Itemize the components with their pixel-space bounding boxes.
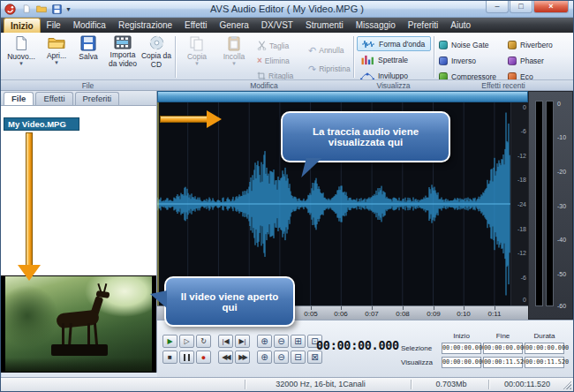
menu-tab-bar: Inizio File Modifica Registrazione Effet…: [1, 18, 573, 33]
copy-button[interactable]: Copia ▼: [179, 35, 215, 79]
timeline-label: 0:05: [304, 310, 318, 318]
view-end-value[interactable]: 00:00:11.520: [483, 357, 523, 368]
play-icon: ▶: [167, 337, 172, 345]
import-from-video-label: Importa da video: [105, 51, 140, 68]
tab-file[interactable]: File: [41, 18, 67, 33]
group-label-file: File: [1, 81, 175, 90]
maximize-button[interactable]: □: [510, 1, 532, 13]
tab-missaggio[interactable]: Missaggio: [350, 18, 402, 33]
zoom-in-v-button[interactable]: ⊕: [257, 351, 272, 364]
callout-tail: [150, 290, 167, 308]
status-format: 32000 Hz, 16-bit, 1Canali: [250, 380, 391, 388]
chevron-down-icon: ▼: [231, 62, 237, 66]
spectral-view-button[interactable]: Spettrale: [357, 52, 431, 67]
view-start-value[interactable]: 00:00:00.000: [442, 357, 481, 368]
cd-disc-icon: [148, 35, 165, 50]
tab-effetti[interactable]: Effetti: [178, 18, 213, 33]
envelope-view-label: Inviluppo: [378, 72, 408, 80]
previous-button[interactable]: |◀: [218, 335, 233, 348]
panel-tab-preferiti[interactable]: Preferiti: [75, 92, 120, 105]
save-button[interactable]: Salva: [73, 35, 103, 79]
rewind-button[interactable]: ◀◀: [218, 351, 233, 364]
zoom-selection-button[interactable]: ⊞: [291, 335, 306, 348]
zoom-out-icon: ⊖: [277, 336, 284, 346]
zoom-custom-button[interactable]: ⊠: [307, 351, 322, 364]
record-button[interactable]: ●: [196, 351, 211, 364]
phaser-button[interactable]: Phaser: [506, 54, 573, 67]
cut-button[interactable]: Taglia: [257, 39, 306, 52]
tab-registrazione[interactable]: Registrazione: [112, 18, 178, 33]
arrow-head: [18, 265, 41, 281]
waveform-overview-bar[interactable]: [157, 91, 528, 102]
resize-grip[interactable]: [562, 380, 571, 389]
paste-button[interactable]: Incolla ▼: [216, 35, 252, 79]
open-folder-icon: [48, 35, 65, 50]
loop-button[interactable]: ↻: [196, 335, 211, 348]
minimize-button[interactable]: –: [486, 1, 509, 13]
zoom-out-h-button[interactable]: ⊖: [274, 335, 289, 348]
meter-label: -40: [557, 237, 566, 243]
ground-shadow: [5, 358, 152, 372]
statue-pedestal: [51, 344, 108, 356]
meter-label: -10: [557, 134, 566, 140]
annotation-arrow-vertical: [18, 132, 41, 284]
import-from-video-button[interactable]: Importa da video: [105, 35, 140, 79]
redo-icon: ↷: [308, 64, 316, 73]
next-button[interactable]: ▶|: [235, 335, 250, 348]
tab-dx-vst[interactable]: DX/VST: [255, 18, 299, 33]
view-duration-value[interactable]: 00:00:11.520: [525, 357, 564, 368]
reverb-icon: [508, 41, 517, 49]
forward-button[interactable]: ▶▶: [235, 351, 250, 364]
zoom-full-button[interactable]: ⊟: [291, 351, 306, 364]
selection-end-value[interactable]: 00:00:00.000: [483, 343, 523, 354]
arrow-shaft: [160, 116, 208, 123]
redo-button[interactable]: ↷ Ripristina: [308, 62, 351, 75]
foliage-shadow: [5, 285, 58, 347]
undo-button[interactable]: ↶ Annulla: [308, 43, 351, 57]
zoom-out-v-button[interactable]: ⊖: [274, 351, 289, 364]
panel-tab-effetti[interactable]: Effetti: [35, 92, 72, 105]
open-button[interactable]: Apri... ▼: [40, 35, 73, 79]
close-button[interactable]: ×: [533, 1, 569, 13]
tab-aiuto[interactable]: Aiuto: [444, 18, 477, 33]
selection-start-value[interactable]: 00:00:00.000: [442, 343, 481, 354]
cut-button-label: Taglia: [269, 41, 289, 50]
waveform-view-button[interactable]: Forma d'onda: [357, 36, 431, 51]
tab-strumenti[interactable]: Strumenti: [299, 18, 350, 33]
play-selection-button[interactable]: ▷: [179, 335, 194, 348]
arrow-head: [207, 110, 222, 128]
tab-preferiti[interactable]: Preferiti: [402, 18, 444, 33]
film-strip-icon: [114, 35, 132, 49]
tab-genera[interactable]: Genera: [213, 18, 254, 33]
db-label: -18: [517, 225, 526, 231]
callout-audio-text: La traccia audio viene visualizzata qui: [291, 126, 440, 147]
file-list-item[interactable]: My Video.MPG: [4, 117, 79, 131]
selection-duration-value[interactable]: 00:00:00.000: [525, 343, 564, 354]
pause-button[interactable]: [179, 351, 194, 364]
time-display: 00:00:00.000: [316, 338, 399, 352]
reverb-button[interactable]: Riverbero: [506, 38, 573, 51]
panel-tab-file[interactable]: File: [4, 92, 34, 105]
chevron-down-icon: ▼: [19, 62, 24, 66]
new-button[interactable]: Nuovo... ▼: [4, 35, 38, 79]
play-button[interactable]: ▶: [162, 335, 177, 348]
db-label: -6: [521, 274, 526, 280]
chevron-down-icon: ▼: [194, 62, 200, 66]
callout-video-text: Il video viene aperto qui: [175, 291, 284, 313]
delete-button[interactable]: × Elimina: [257, 54, 306, 67]
tab-modifica[interactable]: Modifica: [67, 18, 112, 33]
db-label: 0: [523, 103, 526, 109]
tab-inizio[interactable]: Inizio: [4, 18, 41, 33]
noise-gate-button[interactable]: Noise Gate: [437, 38, 504, 51]
phaser-icon: [508, 57, 517, 65]
zoom-in-h-button[interactable]: ⊕: [257, 335, 272, 348]
new-doc-icon: [13, 35, 29, 51]
statue-leg: [62, 323, 64, 345]
group-separator: [175, 36, 176, 78]
stop-button[interactable]: ■: [162, 351, 177, 364]
statue-leg: [87, 323, 90, 345]
copy-from-cd-button[interactable]: Copia da CD: [140, 35, 172, 79]
inverse-button[interactable]: Inverso: [437, 54, 504, 67]
chevron-down-icon: ▼: [54, 61, 59, 65]
video-frame: [5, 276, 152, 372]
